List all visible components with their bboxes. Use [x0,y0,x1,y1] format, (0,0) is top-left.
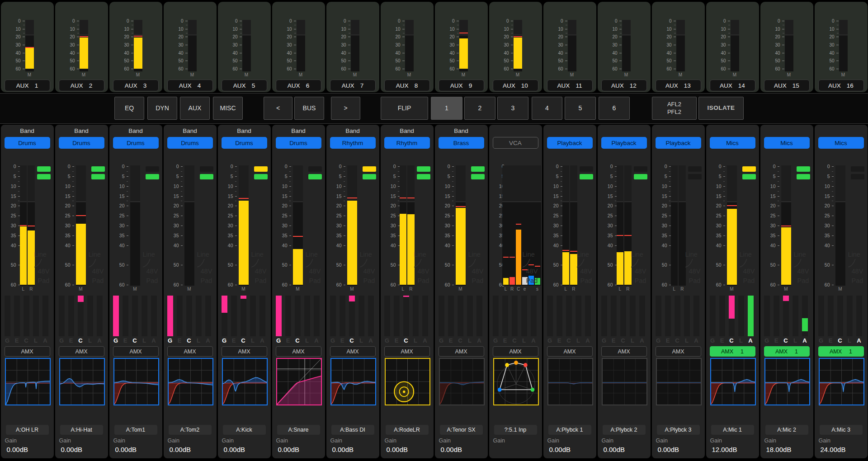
channel-name-button[interactable]: A:Tenor SX [440,425,483,435]
aux-select-button-9[interactable]: AUX9 [439,80,484,91]
channel-name-button[interactable]: A:Plybck 3 [657,425,700,435]
toolbar-button-n4[interactable]: 4 [532,97,562,120]
eq-graph[interactable] [602,358,647,405]
aux-select-button-3[interactable]: AUX3 [113,80,159,91]
channel-type-button[interactable]: Playback [601,137,647,149]
amx-button[interactable]: AMX1 [710,346,755,357]
aux-select-button-1[interactable]: AUX1 [5,80,50,91]
toolbar-button-n6[interactable]: 6 [599,97,630,120]
aux-select-button-13[interactable]: AUX13 [656,80,701,91]
channel-name-button[interactable]: A:Mic 2 [765,425,808,435]
toolbar-button-bus[interactable]: BUS [294,97,324,120]
toolbar-button-n2[interactable]: 2 [464,97,495,120]
channel-type-button[interactable]: Drums [113,137,159,149]
toolbar-button-misc[interactable]: MISC [213,97,243,120]
compressor-graph[interactable] [276,358,322,405]
channel-name-button[interactable]: A:Mic 1 [711,425,754,435]
aux-select-button-7[interactable]: AUX7 [330,80,376,91]
aux-select-button-8[interactable]: AUX8 [384,80,430,91]
toolbar-button-label: EQ [125,104,134,113]
channel-type-button[interactable]: Drums [167,137,213,149]
amx-button[interactable]: AMX [493,346,538,357]
toolbar-button-n1[interactable]: 1 [431,97,462,120]
amx-button[interactable]: AMX [5,346,50,357]
channel-name-button[interactable]: A:Plybck 1 [548,425,591,435]
eq-graph[interactable] [222,358,268,405]
aux-select-button-16[interactable]: AUX16 [818,80,864,91]
channel-name-button[interactable]: A:RodeLR [386,425,429,435]
aux-select-button-5[interactable]: AUX5 [222,80,267,91]
amx-button[interactable]: AMX [59,346,104,357]
eq-graph[interactable] [710,358,756,405]
channel-type-button[interactable]: Rhythm [384,137,430,149]
amx-button[interactable]: AMX [439,346,484,357]
toolbar-button-dyn[interactable]: DYN [147,97,177,120]
channel-name-button[interactable]: A:Plybck 2 [603,425,646,435]
amx-button[interactable]: AMX [601,346,647,357]
amx-button[interactable]: AMX [222,346,267,357]
surround-pan-graph[interactable] [493,358,539,405]
toolbar-button-aux[interactable]: AUX [180,97,210,120]
amx-button[interactable]: AMX [276,346,321,357]
aux-select-button-12[interactable]: AUX12 [601,80,647,91]
eq-graph[interactable] [764,358,810,405]
eq-graph[interactable] [5,358,51,405]
eq-graph[interactable] [168,358,213,405]
toolbar-button-isolate[interactable]: ISOLATE [698,97,744,120]
eq-graph[interactable] [113,358,159,405]
channel-name-button[interactable]: A:OH LR [6,425,49,435]
aux-select-button-2[interactable]: AUX2 [59,80,104,91]
channel-name-button[interactable]: A:Mic 3 [820,425,863,435]
channel-name-button[interactable]: A:Kick [223,425,266,435]
aux-select-button-15[interactable]: AUX15 [764,80,810,91]
channel-name-button[interactable]: A:Bass DI [331,425,374,435]
channel-type-button[interactable]: Rhythm [330,137,376,149]
channel-type-button[interactable]: Drums [5,137,50,149]
toolbar-button-flip[interactable]: FLIP [381,97,428,120]
channel-type-button[interactable]: Mics [764,137,810,149]
channel-type-button[interactable]: Mics [818,137,864,149]
aux-select-button-4[interactable]: AUX4 [167,80,213,91]
channel-type-button[interactable]: Playback [656,137,701,149]
channel-type-button[interactable]: Drums [59,137,104,149]
toolbar-button-next[interactable]: > [331,97,360,120]
peak-indicator [293,236,303,237]
toolbar-button-prev[interactable]: < [264,97,292,120]
toolbar-button-afl[interactable]: AFL2PFL2 [652,97,697,120]
gain-value: 0.00dB [278,446,300,453]
channel-name-button[interactable]: ?:5.1 Inp [494,425,537,435]
eq-graph[interactable] [547,358,593,405]
channel-type-button[interactable]: Brass [439,137,484,149]
amx-button[interactable]: AMX1 [764,346,810,357]
toolbar-button-n5[interactable]: 5 [565,97,596,120]
amx-button[interactable]: AMX [113,346,159,357]
channel-type-button[interactable]: Drums [276,137,321,149]
eq-graph[interactable] [439,358,485,405]
channel-type-button[interactable]: Mics [710,137,755,149]
eq-graph[interactable] [59,358,105,405]
aux-select-button-6[interactable]: AUX6 [276,80,321,91]
channel-name-button[interactable]: A:Tom2 [169,425,212,435]
amx-button[interactable]: AMX1 [818,346,864,357]
eq-graph[interactable] [819,358,864,405]
amx-button[interactable]: AMX [547,346,593,357]
channel-type-button[interactable]: Drums [222,137,267,149]
gr-meter-slot [87,296,93,336]
aux-select-button-14[interactable]: AUX14 [710,80,755,91]
channel-name-button[interactable]: A:Tom1 [114,425,157,435]
channel-type-button[interactable]: VCA [493,137,538,149]
pan-graph[interactable] [385,358,430,405]
eq-graph[interactable] [656,358,702,405]
toolbar-button-n3[interactable]: 3 [497,97,528,120]
channel-name-button[interactable]: A:Hi-Hat [60,425,103,435]
amx-button[interactable]: AMX [167,346,213,357]
amx-button[interactable]: AMX [330,346,376,357]
channel-type-button[interactable]: Playback [547,137,593,149]
eq-graph[interactable] [330,358,376,405]
amx-button[interactable]: AMX [656,346,701,357]
aux-select-button-10[interactable]: AUX10 [493,80,538,91]
aux-select-button-11[interactable]: AUX11 [547,80,593,91]
channel-name-button[interactable]: A:Snare [277,425,320,435]
amx-button[interactable]: AMX [384,346,430,357]
toolbar-button-eq[interactable]: EQ [114,97,144,120]
